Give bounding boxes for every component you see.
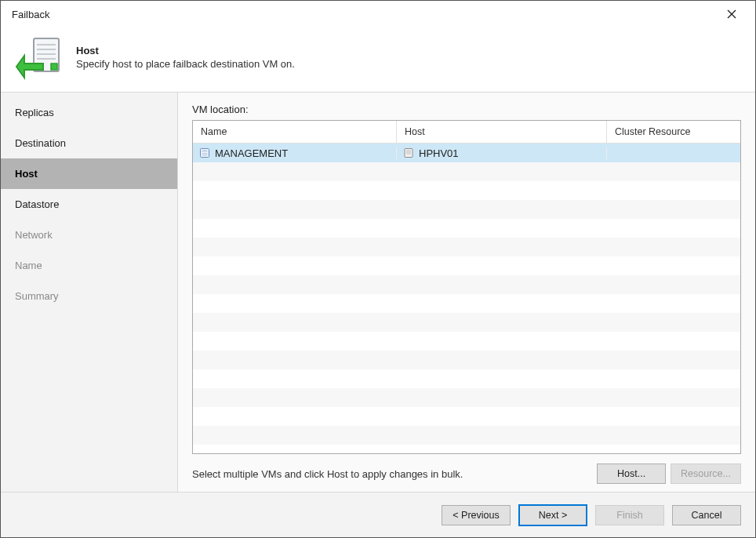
header-text: Host Specify host to place failback dest… xyxy=(76,45,295,70)
vm-icon xyxy=(199,147,210,158)
close-icon xyxy=(727,9,736,19)
empty-row xyxy=(193,369,740,388)
column-header-host[interactable]: Host xyxy=(397,121,607,143)
side-buttons: Host... Resource... xyxy=(597,463,741,484)
previous-button[interactable]: < Previous xyxy=(442,505,511,525)
cell-host: HPHV01 xyxy=(397,147,607,159)
finish-button: Finish xyxy=(595,505,664,525)
empty-row xyxy=(193,332,740,351)
column-header-cluster[interactable]: Cluster Resource xyxy=(607,121,740,143)
titlebar: Failback xyxy=(1,1,755,27)
empty-row xyxy=(193,256,740,275)
vm-location-grid[interactable]: Name Host Cluster Resource MANAGEMENT HP… xyxy=(192,120,741,454)
sidebar-item-datastore[interactable]: Datastore xyxy=(1,189,177,220)
below-grid-row: Select multiple VMs and click Host to ap… xyxy=(192,463,741,484)
empty-row xyxy=(193,351,740,369)
sidebar-item-destination[interactable]: Destination xyxy=(1,128,177,158)
empty-row xyxy=(193,407,740,426)
wizard-header: Host Specify host to place failback dest… xyxy=(1,27,755,92)
sidebar-item-name[interactable]: Name xyxy=(1,250,177,281)
next-button[interactable]: Next > xyxy=(518,504,587,526)
cell-name: MANAGEMENT xyxy=(193,147,397,159)
host-icon xyxy=(403,147,414,158)
resource-button: Resource... xyxy=(671,463,741,484)
page-title: Host xyxy=(76,45,295,56)
empty-row xyxy=(193,238,740,256)
sidebar-item-replicas[interactable]: Replicas xyxy=(1,97,177,128)
sidebar-item-network[interactable]: Network xyxy=(1,220,177,250)
svg-rect-10 xyxy=(405,149,413,158)
empty-row xyxy=(193,388,740,407)
step-sidebar: Replicas Destination Host Datastore Netw… xyxy=(1,93,178,492)
empty-row xyxy=(193,426,740,445)
grid-body: MANAGEMENT HPHV01 xyxy=(193,144,740,453)
empty-row xyxy=(193,294,740,313)
wizard-footer: < Previous Next > Finish Cancel xyxy=(1,492,755,537)
empty-row xyxy=(193,313,740,332)
column-header-name[interactable]: Name xyxy=(193,121,397,143)
cancel-button[interactable]: Cancel xyxy=(672,505,741,525)
close-button[interactable] xyxy=(716,3,747,25)
sidebar-item-host[interactable]: Host xyxy=(1,158,177,189)
main-panel: VM location: Name Host Cluster Resource … xyxy=(178,93,755,492)
page-subtitle: Specify host to place failback destinati… xyxy=(76,58,295,70)
empty-row xyxy=(193,181,740,200)
empty-row xyxy=(193,200,740,219)
svg-rect-7 xyxy=(202,151,208,152)
bulk-hint: Select multiple VMs and click Host to ap… xyxy=(192,468,589,480)
svg-rect-9 xyxy=(202,154,208,155)
svg-rect-8 xyxy=(202,153,208,154)
sidebar-item-summary[interactable]: Summary xyxy=(1,281,177,311)
host-button[interactable]: Host... xyxy=(597,463,666,484)
empty-row xyxy=(193,219,740,238)
table-row[interactable]: MANAGEMENT HPHV01 xyxy=(193,144,740,162)
wizard-body: Replicas Destination Host Datastore Netw… xyxy=(1,92,755,492)
failback-icon xyxy=(15,34,62,81)
svg-rect-5 xyxy=(51,64,57,70)
empty-row xyxy=(193,275,740,294)
vm-location-label: VM location: xyxy=(192,104,741,115)
failback-wizard-window: Failback Host Specify host to place fail… xyxy=(0,0,756,538)
empty-row xyxy=(193,162,740,181)
grid-header: Name Host Cluster Resource xyxy=(193,121,740,144)
window-title: Failback xyxy=(12,9,49,20)
